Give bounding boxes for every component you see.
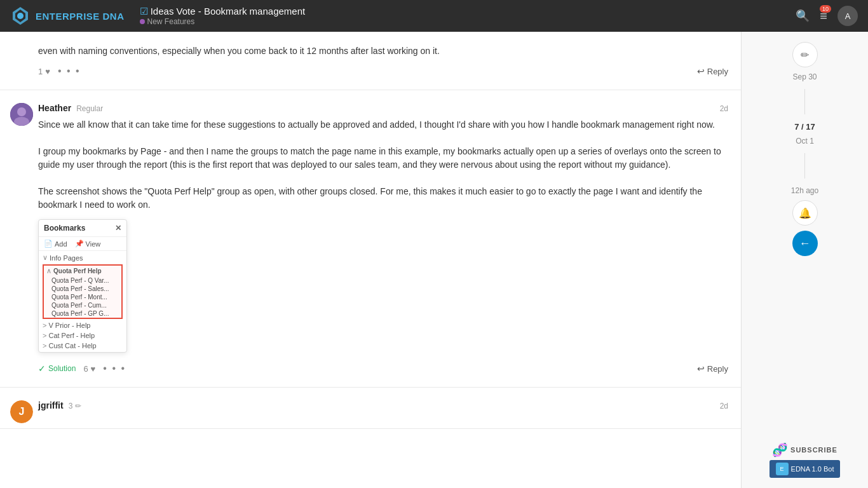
sidebar-divider-2 (804, 153, 805, 179)
post-3-time: 2d (720, 402, 728, 410)
chevron-right-icon-1: > (43, 322, 46, 329)
post-2-actions: ✓ Solution 6 ♥ • • • ↩ Reply (38, 363, 728, 374)
main-layout: even with naming conventions, especially… (0, 32, 868, 488)
subtitle: New Features (147, 17, 195, 26)
bm-quota-section: ∧ Quota Perf Help Quota Perf - Q Var... … (43, 264, 123, 319)
more-button-1[interactable]: • • • (58, 65, 81, 77)
post-2-role: Regular (76, 104, 103, 113)
search-button[interactable]: 🔍 (796, 9, 810, 23)
reply-button-1[interactable]: ↩ Reply (697, 66, 728, 76)
post-1-body: even with naming conventions, especially… (38, 44, 728, 58)
bm-close-button[interactable]: ✕ (115, 224, 121, 233)
more-button-2[interactable]: • • • (103, 363, 126, 374)
bm-view-button[interactable]: 📌 View (75, 240, 101, 248)
svg-point-4 (17, 107, 26, 116)
menu-button[interactable]: ≡ 10 (820, 9, 827, 24)
subscribe-label: SUBSCRIBE (790, 446, 837, 454)
solution-check-icon: ✓ (38, 363, 46, 374)
post-3-author: jgriffit (38, 400, 64, 410)
chevron-right-icon-3: > (43, 342, 46, 349)
edna-bot-badge[interactable]: E EDNA 1.0 Bot (770, 460, 841, 478)
dna-icon: 🧬 (772, 442, 788, 458)
bm-info-pages-header[interactable]: ∨ Info Pages (43, 252, 123, 263)
chevron-right-icon-2: > (43, 332, 46, 339)
like-button-1[interactable]: 1 ♥ (38, 67, 50, 76)
user-avatar[interactable]: A (837, 6, 858, 26)
bell-button[interactable]: 🔔 (792, 200, 818, 226)
notification-badge: 10 (820, 5, 831, 13)
back-button[interactable]: ← (792, 231, 818, 256)
bm-item-5[interactable]: Quota Perf - GP G... (50, 309, 121, 318)
subscribe-area: 🧬 SUBSCRIBE E EDNA 1.0 Bot (770, 442, 841, 478)
progress-indicator: 7 / 17 (794, 122, 815, 132)
heart-icon: ♥ (45, 67, 50, 76)
bm-header: Bookmarks ✕ (39, 220, 126, 237)
heart-icon-2: ♥ (91, 364, 96, 374)
bm-quota-items: Quota Perf - Q Var... Quota Perf - Sales… (50, 276, 121, 318)
bm-item-3[interactable]: Quota Perf - Mont... (50, 293, 121, 301)
bm-add-icon: 📄 (44, 240, 53, 248)
reply-icon-2: ↩ (697, 363, 705, 374)
bm-quota-perf-header[interactable]: ∧ Quota Perf Help (44, 266, 121, 276)
bm-item-4[interactable]: Quota Perf - Cum... (50, 301, 121, 309)
sidebar-divider-1 (804, 89, 805, 114)
bm-cat-perf-header[interactable]: > Cat Perf - Help (43, 330, 123, 341)
bm-v-prior-header[interactable]: > V Prior - Help (43, 320, 123, 330)
time-ago: 12h ago (791, 186, 818, 195)
bm-item-1[interactable]: Quota Perf - Q Var... (50, 276, 121, 285)
post-2: Heather Regular 2d Since we all know tha… (0, 90, 741, 388)
post-2-time: 2d (720, 104, 728, 113)
progress-date: Oct 1 (796, 137, 814, 146)
logo-text: ENTERPRISE DNA (36, 11, 125, 22)
bm-cust-cat-header[interactable]: > Cust Cat - Help (43, 341, 123, 351)
solution-badge: ✓ Solution (38, 363, 76, 374)
like-button-2[interactable]: 6 ♥ (83, 364, 95, 374)
post-3-avatar: J (10, 400, 33, 423)
post-2-header: Heather Regular 2d (38, 103, 728, 113)
bm-view-icon: 📌 (75, 240, 84, 248)
bookmarks-widget: Bookmarks ✕ 📄 Add 📌 View ∨ (38, 219, 127, 353)
header: ENTERPRISE DNA ☑ Ideas Vote - Bookmark m… (0, 0, 868, 32)
post-3: J jgriffit 3 ✏ 2d (0, 388, 741, 429)
chevron-down-icon: ∨ (43, 254, 48, 262)
bm-info-pages-group: ∨ Info Pages ∧ Quota Perf Help Quota Per… (39, 251, 126, 352)
sidebar-date-1: Sep 30 (792, 72, 817, 81)
bm-item-2[interactable]: Quota Perf - Sales... (50, 285, 121, 293)
content-area: even with naming conventions, especially… (0, 32, 741, 488)
right-sidebar: ✏ Sep 30 7 / 17 Oct 1 12h ago 🔔 ← 🧬 SUBS… (741, 32, 868, 488)
bm-add-button[interactable]: 📄 Add (44, 240, 67, 248)
chevron-down-icon-quota: ∧ (46, 267, 51, 275)
post-2-author: Heather (38, 103, 71, 113)
post-1-actions: 1 ♥ • • • ↩ Reply (38, 65, 728, 77)
reply-icon: ↩ (697, 66, 705, 76)
logo[interactable]: ENTERPRISE DNA (10, 6, 125, 26)
page-title: ☑ Ideas Vote - Bookmark management (140, 6, 306, 17)
post-3-header: jgriffit 3 ✏ 2d (38, 400, 728, 410)
post-3-edits: 3 ✏ (69, 402, 81, 410)
reply-button-2[interactable]: ↩ Reply (697, 363, 728, 374)
bm-toolbar: 📄 Add 📌 View (39, 237, 126, 251)
subscribe-logo: 🧬 SUBSCRIBE (772, 442, 837, 458)
post-1: even with naming conventions, especially… (0, 32, 741, 90)
header-icons: 🔍 ≡ 10 A (796, 6, 858, 26)
post-2-para1: Since we all know that it can take time … (38, 118, 728, 212)
edna-avatar: E (776, 463, 789, 475)
edit-button[interactable]: ✏ (792, 42, 818, 67)
post-2-avatar (10, 103, 33, 126)
svg-point-2 (17, 13, 24, 19)
